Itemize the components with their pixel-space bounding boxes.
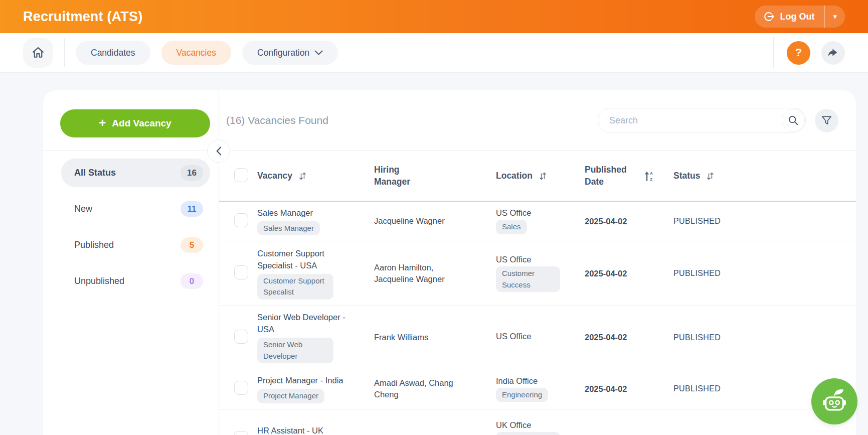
hiring-manager: Jacqueline Wagner [374, 215, 468, 227]
hiring-manager: Amadi Aswad, Chang Cheng [374, 377, 468, 401]
row-checkbox[interactable] [234, 381, 248, 395]
location-tag: Engineering [496, 388, 548, 402]
status-filter-all[interactable]: All Status 16 [61, 159, 210, 187]
funnel-filter-icon [821, 115, 832, 125]
plus-icon: + [99, 117, 106, 129]
vacancy-title: Project Manager - India [257, 375, 343, 387]
table-row[interactable]: Project Manager - India Project Manager … [219, 369, 856, 409]
sort-vacancy-button[interactable] [298, 171, 307, 182]
search-icon [788, 115, 799, 126]
location-tag: Customer Success [496, 266, 560, 292]
app-title: Recruitment (ATS) [23, 9, 142, 25]
vacancy-tag: Sales Manager [257, 221, 320, 236]
row-checkbox[interactable] [234, 330, 248, 344]
vacancy-title: Customer Support Specialist - USA [257, 248, 352, 272]
status-text: PUBLISHED [673, 333, 856, 342]
filter-label: New [74, 204, 92, 214]
tab-candidates[interactable]: Candidates [76, 41, 150, 65]
top-bar: Recruitment (ATS) Log Out ▾ [0, 0, 868, 33]
vacancies-table: Vacancy Hiring Manager Location [219, 151, 856, 435]
robot-leaf-icon [819, 386, 850, 417]
svg-text:Z: Z [650, 177, 652, 182]
column-header-hiring-manager: Hiring Manager [374, 164, 427, 188]
status-text: PUBLISHED [673, 217, 856, 226]
filter-label: Unpublished [74, 276, 124, 286]
sort-status-button[interactable] [706, 171, 715, 182]
search-input[interactable] [598, 108, 806, 133]
sort-location-button[interactable] [539, 171, 547, 182]
logout-button-group: Log Out ▾ [755, 6, 845, 28]
question-mark-icon: ? [795, 46, 802, 59]
select-all-checkbox[interactable] [234, 168, 248, 182]
collapse-sidebar-button[interactable] [207, 139, 230, 163]
vacancy-tag: Senior Web Developer [257, 338, 333, 363]
status-text: PUBLISHED [673, 269, 856, 278]
vacancy-tag: Project Manager [257, 389, 324, 403]
count-badge: 0 [181, 273, 203, 289]
logout-button[interactable]: Log Out [755, 6, 824, 28]
caret-down-icon: ▾ [833, 12, 837, 21]
column-header-vacancy: Vacancy [257, 170, 292, 182]
share-button[interactable] [821, 41, 845, 65]
chevron-left-icon [216, 147, 222, 156]
status-filter-new[interactable]: New 11 [61, 195, 210, 223]
table-header-row: Vacancy Hiring Manager Location [219, 151, 856, 202]
sort-published-date-button[interactable]: A Z [643, 170, 654, 182]
hiring-manager: Frank Williams [374, 332, 468, 344]
tab-configuration[interactable]: Configuration [242, 41, 338, 65]
row-checkbox[interactable] [234, 431, 248, 435]
logout-icon [764, 11, 775, 22]
tab-label: Candidates [91, 48, 135, 58]
filter-button[interactable] [815, 109, 838, 132]
svg-text:A: A [650, 171, 653, 176]
location-name: UK Office [496, 420, 531, 430]
home-icon [31, 46, 45, 60]
published-date: 2025-04-02 [585, 269, 673, 278]
logout-dropdown-button[interactable]: ▾ [824, 6, 845, 28]
search-button[interactable] [782, 109, 805, 132]
sort-icon [539, 171, 547, 182]
vacancy-tag: Customer Support Specalist [257, 274, 333, 300]
status-filter-unpublished[interactable]: Unpublished 0 [61, 267, 210, 296]
sort-icon [706, 171, 715, 182]
row-checkbox[interactable] [234, 213, 248, 227]
count-badge: 16 [181, 165, 203, 181]
location-tag: Sales [496, 220, 527, 234]
hiring-manager: Aaron Hamilton, Jacqueline Wagner [374, 262, 468, 286]
tab-vacancies[interactable]: Vacancies [161, 41, 231, 65]
vacancy-title: Sales Manager [257, 207, 313, 219]
results-count-text: (16) Vacancies Found [226, 114, 328, 126]
column-header-location: Location [496, 170, 533, 182]
share-forward-icon [827, 47, 839, 58]
table-row[interactable]: Customer Support Specialist - USA Custom… [219, 241, 856, 306]
add-vacancy-button[interactable]: + Add Vacancy [60, 109, 210, 137]
column-header-published-date: Published Date [585, 164, 637, 188]
table-row[interactable]: Senior Web Developer - USA Senior Web De… [219, 306, 856, 369]
vacancy-title: HR Assistant - UK [257, 425, 323, 435]
chatbot-button[interactable] [811, 378, 857, 424]
location-tag: Human Resources [496, 432, 560, 435]
published-date: 2025-04-02 [585, 384, 673, 394]
table-toolbar: (16) Vacancies Found [219, 90, 856, 151]
home-button[interactable] [23, 38, 53, 68]
published-date: 2025-04-02 [585, 217, 673, 226]
location-name: India Office [496, 376, 538, 386]
tab-label: Vacancies [177, 48, 216, 58]
table-row[interactable]: HR Assistant - UK HR Assistant Cece Bona… [219, 409, 856, 435]
nav-divider [64, 38, 65, 67]
location-name: US Office [496, 208, 531, 218]
nav-bar: Candidates Vacancies Configuration ? [0, 33, 868, 72]
hiring-manager: Cece Bonaparte [374, 433, 468, 435]
location-name: US Office [496, 332, 531, 341]
table-row[interactable]: Sales Manager Sales Manager Jacqueline W… [219, 202, 856, 241]
status-filter-published[interactable]: Published 5 [61, 231, 210, 259]
count-badge: 5 [181, 237, 203, 253]
column-header-status: Status [673, 170, 700, 182]
chevron-down-icon [314, 50, 323, 56]
row-checkbox[interactable] [234, 265, 248, 279]
vacancies-panel: + Add Vacancy (16) Vacancies Found [43, 90, 856, 435]
published-date: 2025-04-02 [585, 333, 673, 342]
help-button[interactable]: ? [787, 41, 810, 65]
nav-divider [773, 37, 774, 68]
sort-alpha-asc-icon: A Z [643, 170, 654, 182]
